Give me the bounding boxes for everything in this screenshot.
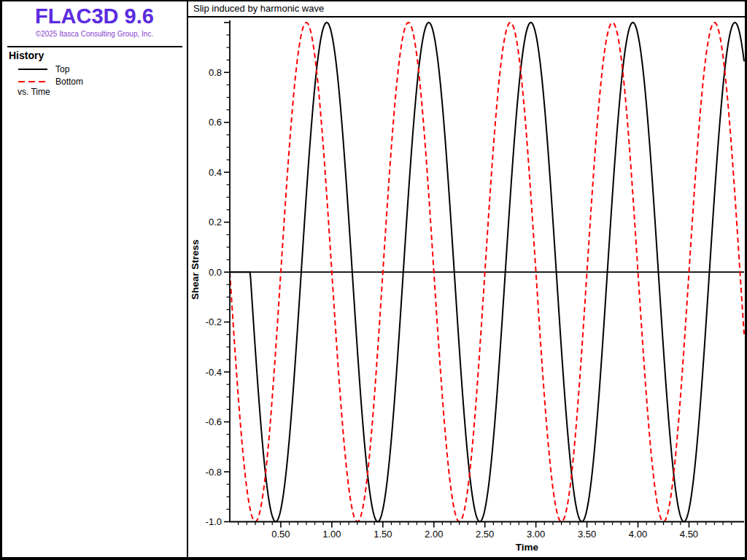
svg-text:4.00: 4.00 — [629, 529, 647, 540]
svg-text:0.2: 0.2 — [209, 217, 222, 228]
svg-text:0.8: 0.8 — [209, 67, 222, 78]
legend-label-bottom: Bottom — [55, 77, 83, 87]
sidebar-divider — [7, 46, 182, 47]
history-heading: History — [9, 50, 44, 61]
app-logo: FLAC3D 9.6 — [2, 4, 187, 28]
flac3d-plot-window: FLAC3D 9.6 ©2025 Itasca Consulting Group… — [0, 0, 747, 560]
sidebar: FLAC3D 9.6 ©2025 Itasca Consulting Group… — [2, 1, 187, 557]
svg-text:0.6: 0.6 — [209, 117, 222, 128]
svg-text:1.50: 1.50 — [374, 529, 392, 540]
plot-area: 0.501.001.502.002.503.003.504.004.50-1.0… — [188, 18, 745, 557]
svg-text:3.00: 3.00 — [527, 529, 545, 540]
svg-text:-0.2: -0.2 — [206, 316, 222, 327]
svg-text:0.0: 0.0 — [209, 267, 222, 278]
legend-line-solid-icon — [18, 67, 48, 71]
plot-title: Slip induced by harmonic wave — [188, 1, 745, 18]
svg-text:2.50: 2.50 — [476, 529, 494, 540]
plot-pane: Slip induced by harmonic wave 0.501.001.… — [188, 1, 745, 557]
chart-canvas: 0.501.001.502.002.503.003.504.004.50-1.0… — [188, 18, 745, 557]
svg-text:-0.4: -0.4 — [206, 367, 222, 378]
svg-text:-0.8: -0.8 — [206, 467, 222, 478]
legend-line-dashed-icon — [18, 79, 48, 84]
svg-text:1.00: 1.00 — [322, 529, 341, 540]
svg-text:Time: Time — [516, 542, 539, 553]
svg-text:-0.6: -0.6 — [206, 416, 222, 427]
legend-label-top: Top — [55, 64, 69, 74]
svg-text:0.4: 0.4 — [209, 167, 222, 178]
copyright-text: ©2025 Itasca Consulting Group, Inc. — [2, 30, 187, 38]
svg-text:3.50: 3.50 — [578, 529, 596, 540]
legend-vs-time: vs. Time — [18, 87, 50, 97]
svg-text:2.00: 2.00 — [425, 529, 443, 540]
svg-text:Shear Stress: Shear Stress — [190, 239, 201, 300]
svg-text:4.50: 4.50 — [680, 529, 698, 540]
svg-text:0.50: 0.50 — [271, 529, 290, 540]
svg-text:-1.0: -1.0 — [206, 516, 222, 527]
